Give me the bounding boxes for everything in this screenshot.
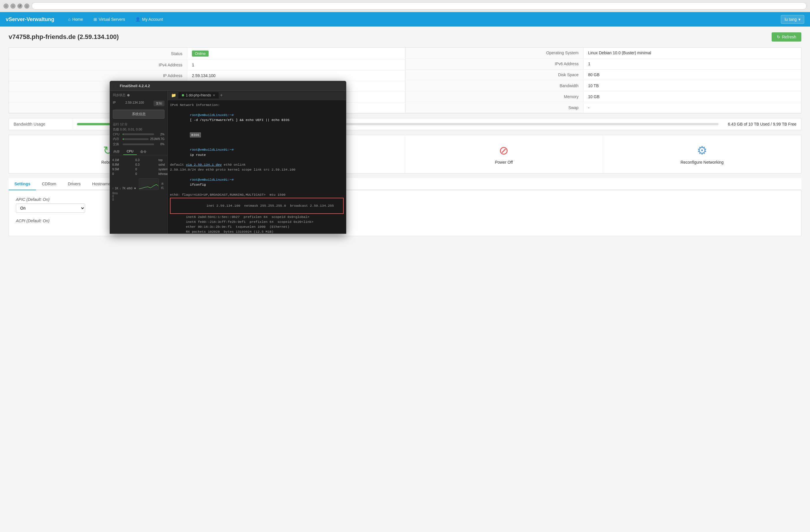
- url-bar[interactable]: web7.php-friends.de/control.php?_v=43840…: [32, 2, 807, 10]
- finalshell-main: 同步状态 IP 2.59.134.100 复制 系统信息 运行 12 分 负载 …: [110, 91, 346, 233]
- tab-status-dot: [182, 94, 184, 96]
- terminal-tab[interactable]: 1 dd-php-friends ✕: [178, 92, 219, 98]
- home-icon: ⌂: [68, 17, 70, 22]
- terminal-line: root@vmBuildLinux01:~# [ -d /sys/firmwar…: [170, 107, 344, 127]
- swap-bar-background: [123, 143, 154, 145]
- status-badge: Online: [192, 50, 209, 57]
- chart-zero-1: 0ms: [112, 192, 165, 195]
- chart-local-label: 本机: [161, 182, 165, 190]
- nav-virtual-servers[interactable]: ⊞ Virtual Servers: [88, 13, 130, 26]
- sidebar-bottom-tabs: 内存 CPU 命令: [110, 148, 167, 155]
- network-icon: ⚙: [697, 144, 707, 157]
- runtime-label: 运行 12 分: [113, 122, 128, 126]
- table-row: Disk Space 80 GB: [405, 69, 801, 80]
- sync-status-row: 同步状态: [110, 91, 167, 100]
- browser-bar: ‹ › ↺ ⌂ web7.php-friends.de/control.php?…: [0, 0, 810, 12]
- terminal-prompt: root@vmBuildLinux01:~#: [190, 178, 236, 181]
- page-title: v74758.php-friends.de (2.59.134.100): [9, 33, 119, 41]
- forward-button[interactable]: ›: [11, 3, 16, 9]
- sidebar-tab-commands[interactable]: 命令: [137, 148, 150, 155]
- nav-my-account[interactable]: 👤 My Account: [130, 13, 168, 26]
- chart-zero-labels: 0ms 0 0: [110, 191, 167, 202]
- terminal-area: 📁 1 dd-php-friends ✕ + IPv6 Network Info…: [168, 91, 346, 233]
- poweroff-button[interactable]: ⊘ Power Off: [405, 135, 603, 173]
- eth-info: ↑ 1K ↓ 7K eth0 ▼: [112, 187, 136, 190]
- reload-button[interactable]: ↺: [17, 3, 22, 9]
- eth-name: eth0: [127, 187, 132, 190]
- table-row: Bandwidth 10 TB: [405, 80, 801, 91]
- finalshell-title: FinalShell 4.2.4.2: [120, 84, 150, 88]
- nav-my-account-label: My Account: [142, 17, 163, 22]
- finalshell-app-icon: 🖥: [113, 83, 117, 88]
- tab-cdrom[interactable]: CDRom: [36, 178, 62, 190]
- folder-icon[interactable]: 📁: [170, 92, 177, 99]
- memory-metric-label: 内存: [113, 137, 121, 141]
- tab-close-icon[interactable]: ✕: [213, 94, 215, 97]
- bandwidth-label-cell: Bandwidth: [405, 80, 583, 91]
- chart-zero-3: 0: [112, 198, 165, 201]
- account-icon: 👤: [135, 17, 140, 22]
- copy-ip-button[interactable]: 复制: [153, 101, 164, 106]
- cpu-label: CPU: [113, 132, 121, 136]
- poweroff-icon: ⊘: [499, 144, 509, 157]
- memory-bar-background: [123, 138, 149, 140]
- brand-logo: vServer-Verwaltung: [6, 16, 54, 22]
- nav-links: ⌂ Home ⊞ Virtual Servers 👤 My Account: [63, 13, 781, 26]
- disk-label: Disk Space: [405, 69, 583, 80]
- memory-value: 251M/9.7G: [150, 138, 164, 141]
- table-row: IP Address 2.59.134.100: [9, 70, 405, 81]
- terminal-line: RX packets 102028 bytes 13193024 (12.5 M…: [170, 229, 344, 233]
- bandwidth-value: 10 TB: [583, 80, 801, 91]
- sidebar-tab-memory[interactable]: 内存: [110, 148, 123, 155]
- eth-dropdown-icon: ▼: [134, 187, 136, 190]
- terminal-line: root@vmBuildLinux01:~# ifconfig: [170, 172, 344, 192]
- via-highlight: via 2.59.134.1 dev: [186, 163, 222, 166]
- runtime-row: 运行 12 分: [113, 122, 164, 126]
- cpu-value: 2%: [156, 133, 164, 136]
- sidebar-tab-cpu[interactable]: CPU: [123, 148, 137, 155]
- reconfigure-networking-button[interactable]: ⚙ Reconfigure Networking: [603, 135, 801, 173]
- back-button[interactable]: ‹: [3, 3, 9, 9]
- tab-drivers[interactable]: Drivers: [62, 178, 86, 190]
- nav-home-label: Home: [72, 17, 83, 22]
- page-header: v74758.php-friends.de (2.59.134.100) ↻ R…: [9, 32, 801, 42]
- table-row: IPv6 Address 1: [405, 58, 801, 69]
- cpu-bar-background: [123, 133, 154, 135]
- home-button[interactable]: ⌂: [24, 3, 29, 9]
- bandwidth-usage-text: 6.43 GB of 10 TB Used / 9.99 TB Free: [723, 118, 801, 130]
- sysinfo-button[interactable]: 系统信息: [113, 110, 164, 119]
- download-value: 7K: [122, 187, 126, 190]
- proc-cpu-4: 0: [135, 172, 153, 176]
- network-chart-area: ↑ 1K ↓ 7K eth0 ▼ 本机: [110, 177, 167, 191]
- ip-value: 2.59.134.100: [126, 101, 144, 106]
- process-table: 4.1M 0.3 top 8.8M 0.3 sshd 9.5M 0 system…: [110, 155, 167, 177]
- proc-cpu-3: 0: [135, 167, 153, 171]
- reconfigure-networking-label: Reconfigure Networking: [680, 160, 724, 164]
- nav-home[interactable]: ⌂ Home: [63, 13, 88, 26]
- ip-label: IP Address: [9, 70, 187, 81]
- table-row: IPv4 Address 1: [9, 60, 405, 70]
- top-nav: vServer-Verwaltung ⌂ Home ⊞ Virtual Serv…: [0, 12, 810, 27]
- user-menu[interactable]: lu tang ▾: [781, 15, 804, 24]
- disk-value: 80 GB: [583, 69, 801, 80]
- swap-metric-label: 交换: [113, 142, 121, 146]
- apic-select[interactable]: On Off: [16, 204, 85, 213]
- status-label: Status: [9, 48, 187, 60]
- memory-label: Memory: [405, 91, 583, 102]
- refresh-button[interactable]: ↻ Refresh: [772, 32, 801, 42]
- ip-row: IP 2.59.134.100 复制: [110, 100, 167, 107]
- terminal-line: default via 2.59.134.1 dev eth0 onlink: [170, 162, 344, 167]
- network-mini-chart: [139, 178, 159, 190]
- terminal-prompt: root@vmBuildLinux01:~#: [190, 148, 236, 151]
- add-tab-button[interactable]: +: [220, 93, 223, 98]
- swap-value: 0%: [156, 143, 164, 146]
- terminal-output[interactable]: IPv6 Network Information: root@vmBuildLi…: [168, 100, 346, 233]
- finalshell-window: 🖥 FinalShell 4.2.4.2 同步状态 IP 2.59.134.10…: [110, 81, 346, 234]
- proc-row: 4.1M 0.3 top: [112, 158, 165, 162]
- cpu-metric: CPU 2%: [113, 132, 164, 136]
- ip-value: 2.59.134.100: [187, 70, 405, 81]
- tab-settings[interactable]: Settings: [9, 178, 36, 190]
- terminal-command: ifconfig: [190, 183, 206, 187]
- ipv6-label: IPv6 Address: [405, 58, 583, 69]
- swap-value: -: [583, 102, 801, 113]
